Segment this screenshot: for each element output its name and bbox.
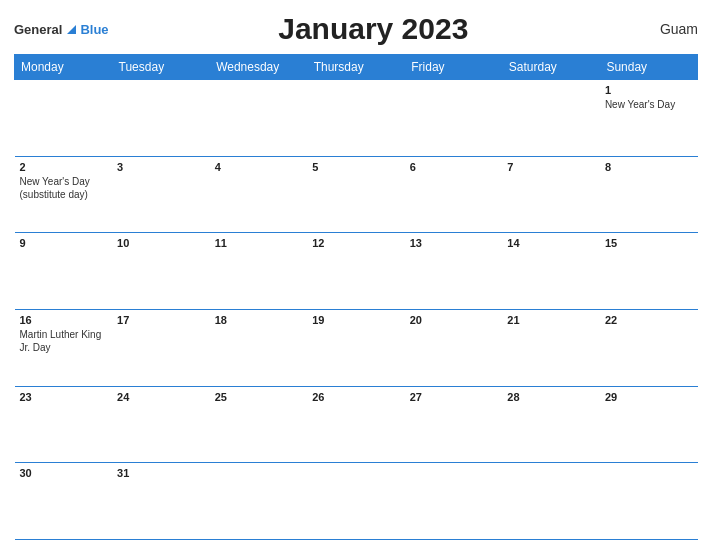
calendar-week-row: 3031 xyxy=(15,463,698,540)
calendar-cell: 3 xyxy=(112,156,210,233)
header-tuesday: Tuesday xyxy=(112,55,210,80)
calendar-cell: 23 xyxy=(15,386,113,463)
page: General Blue January 2023 Guam Monday Tu… xyxy=(0,0,712,550)
event-label: New Year's Day xyxy=(605,98,693,111)
logo-blue-text: Blue xyxy=(80,22,108,37)
calendar-cell xyxy=(405,80,503,157)
day-number: 8 xyxy=(605,161,693,173)
calendar-cell: 31 xyxy=(112,463,210,540)
day-number: 4 xyxy=(215,161,303,173)
day-number: 9 xyxy=(20,237,108,249)
calendar-cell: 1New Year's Day xyxy=(600,80,698,157)
calendar-cell: 24 xyxy=(112,386,210,463)
day-number: 19 xyxy=(312,314,400,326)
calendar-cell: 10 xyxy=(112,233,210,310)
calendar-title: January 2023 xyxy=(109,12,638,46)
day-number: 28 xyxy=(507,391,595,403)
calendar-cell: 16Martin Luther King Jr. Day xyxy=(15,309,113,386)
calendar-cell: 11 xyxy=(210,233,308,310)
calendar-cell: 22 xyxy=(600,309,698,386)
day-number: 7 xyxy=(507,161,595,173)
calendar-header: General Blue January 2023 Guam xyxy=(14,12,698,46)
day-number: 13 xyxy=(410,237,498,249)
day-number: 27 xyxy=(410,391,498,403)
calendar-cell: 26 xyxy=(307,386,405,463)
day-number: 1 xyxy=(605,84,693,96)
calendar-week-row: 23242526272829 xyxy=(15,386,698,463)
calendar-cell: 12 xyxy=(307,233,405,310)
calendar-cell: 19 xyxy=(307,309,405,386)
header-thursday: Thursday xyxy=(307,55,405,80)
event-label: New Year's Day (substitute day) xyxy=(20,175,108,201)
day-number: 16 xyxy=(20,314,108,326)
day-number: 15 xyxy=(605,237,693,249)
calendar-cell: 28 xyxy=(502,386,600,463)
calendar-cell: 9 xyxy=(15,233,113,310)
calendar-cell: 14 xyxy=(502,233,600,310)
calendar-week-row: 16Martin Luther King Jr. Day171819202122 xyxy=(15,309,698,386)
calendar-week-row: 2New Year's Day (substitute day)345678 xyxy=(15,156,698,233)
calendar-cell: 25 xyxy=(210,386,308,463)
logo-general-text: General xyxy=(14,22,62,37)
header-friday: Friday xyxy=(405,55,503,80)
region-label: Guam xyxy=(638,21,698,37)
calendar-cell: 8 xyxy=(600,156,698,233)
calendar-cell: 29 xyxy=(600,386,698,463)
calendar-cell: 17 xyxy=(112,309,210,386)
calendar-week-row: 1New Year's Day xyxy=(15,80,698,157)
calendar-cell: 15 xyxy=(600,233,698,310)
calendar-cell: 27 xyxy=(405,386,503,463)
calendar-cell xyxy=(307,463,405,540)
day-number: 11 xyxy=(215,237,303,249)
header-wednesday: Wednesday xyxy=(210,55,308,80)
calendar-cell xyxy=(112,80,210,157)
calendar-cell xyxy=(502,463,600,540)
calendar-cell xyxy=(15,80,113,157)
day-number: 24 xyxy=(117,391,205,403)
calendar-cell xyxy=(210,80,308,157)
day-number: 2 xyxy=(20,161,108,173)
logo: General Blue xyxy=(14,22,109,37)
day-number: 3 xyxy=(117,161,205,173)
day-number: 14 xyxy=(507,237,595,249)
calendar-cell: 21 xyxy=(502,309,600,386)
logo-triangle-icon xyxy=(67,25,76,34)
event-label: Martin Luther King Jr. Day xyxy=(20,328,108,354)
header-saturday: Saturday xyxy=(502,55,600,80)
day-number: 30 xyxy=(20,467,108,479)
day-number: 12 xyxy=(312,237,400,249)
day-number: 5 xyxy=(312,161,400,173)
day-number: 18 xyxy=(215,314,303,326)
weekday-header-row: Monday Tuesday Wednesday Thursday Friday… xyxy=(15,55,698,80)
calendar-cell xyxy=(210,463,308,540)
day-number: 20 xyxy=(410,314,498,326)
header-monday: Monday xyxy=(15,55,113,80)
calendar-cell: 6 xyxy=(405,156,503,233)
calendar-cell: 18 xyxy=(210,309,308,386)
calendar-table: Monday Tuesday Wednesday Thursday Friday… xyxy=(14,54,698,540)
calendar-cell: 13 xyxy=(405,233,503,310)
calendar-cell: 4 xyxy=(210,156,308,233)
header-sunday: Sunday xyxy=(600,55,698,80)
calendar-cell xyxy=(307,80,405,157)
day-number: 31 xyxy=(117,467,205,479)
calendar-cell xyxy=(502,80,600,157)
calendar-week-row: 9101112131415 xyxy=(15,233,698,310)
calendar-cell: 7 xyxy=(502,156,600,233)
day-number: 23 xyxy=(20,391,108,403)
day-number: 22 xyxy=(605,314,693,326)
day-number: 26 xyxy=(312,391,400,403)
calendar-cell: 30 xyxy=(15,463,113,540)
calendar-cell: 5 xyxy=(307,156,405,233)
calendar-cell: 20 xyxy=(405,309,503,386)
day-number: 10 xyxy=(117,237,205,249)
day-number: 29 xyxy=(605,391,693,403)
calendar-cell: 2New Year's Day (substitute day) xyxy=(15,156,113,233)
calendar-cell xyxy=(405,463,503,540)
day-number: 25 xyxy=(215,391,303,403)
calendar-cell xyxy=(600,463,698,540)
day-number: 21 xyxy=(507,314,595,326)
day-number: 6 xyxy=(410,161,498,173)
day-number: 17 xyxy=(117,314,205,326)
